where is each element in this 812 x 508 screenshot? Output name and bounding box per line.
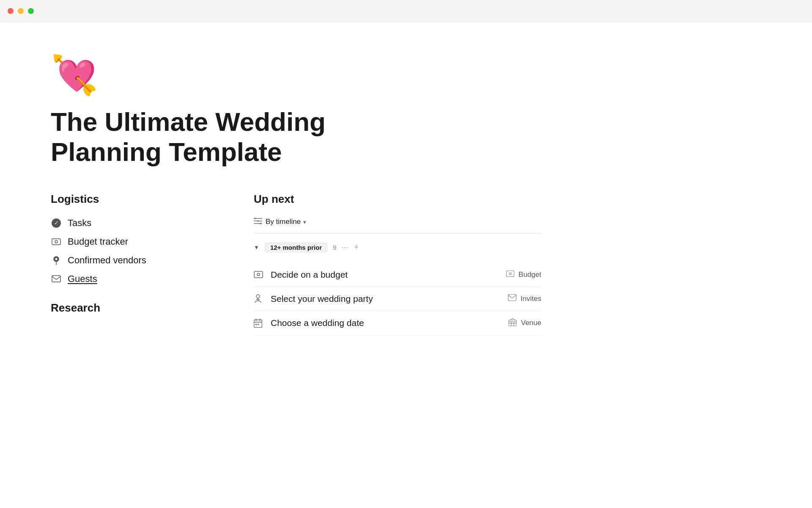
svg-rect-23 — [255, 324, 257, 325]
invites-tag-icon — [508, 294, 516, 303]
minimize-button[interactable] — [18, 8, 24, 14]
svg-rect-19 — [254, 320, 262, 327]
task-tag-budget: Budget — [518, 271, 541, 279]
svg-rect-25 — [509, 320, 516, 326]
task-right-decide-budget: Budget — [506, 271, 541, 279]
money-task-icon — [254, 271, 265, 278]
table-row[interactable]: Decide on a budget Budget — [254, 263, 541, 287]
check-icon: ✓ — [51, 218, 62, 228]
nav-item-budget-tracker[interactable]: Budget tracker — [51, 236, 228, 247]
task-label-wedding-date: Choose a wedding date — [271, 318, 364, 328]
right-column: Up next By timeline ▾ — [254, 193, 541, 336]
up-next-section-title: Up next — [254, 193, 541, 206]
logistics-section-title: Logistics — [51, 193, 228, 206]
filter-list-icon — [254, 218, 262, 226]
svg-point-14 — [509, 273, 511, 275]
task-left-wedding-date: Choose a wedding date — [254, 318, 364, 328]
filter-label[interactable]: By timeline ▾ — [266, 218, 306, 226]
mail-icon — [51, 275, 62, 282]
task-tag-invites: Invites — [521, 295, 541, 303]
nav-item-guests-label: Guests — [68, 273, 97, 284]
group-add-button[interactable]: + — [354, 243, 359, 252]
page-title: The Ultimate Wedding Planning Template — [51, 107, 431, 167]
group-row: ▼ 12+ months prior 9 ··· + — [254, 242, 541, 253]
page-icon: 💘 — [51, 56, 541, 94]
chevron-down-icon: ▾ — [303, 219, 306, 225]
filter-label-text: By timeline — [266, 218, 301, 226]
task-list: Decide on a budget Budget — [254, 263, 541, 336]
nav-item-budget-tracker-label: Budget tracker — [68, 236, 128, 247]
svg-rect-13 — [507, 271, 514, 276]
svg-point-3 — [55, 258, 58, 260]
nav-item-guests[interactable]: Guests — [51, 273, 228, 284]
svg-rect-18 — [508, 295, 516, 301]
svg-rect-4 — [52, 276, 60, 282]
main-content: 💘 The Ultimate Wedding Planning Template… — [0, 22, 592, 370]
task-label-wedding-party: Select your wedding party — [271, 294, 373, 304]
left-column: Logistics ✓ Tasks — [51, 193, 228, 315]
nav-item-confirmed-vendors[interactable]: Confirmed vendors — [51, 255, 228, 266]
nav-item-tasks[interactable]: ✓ Tasks — [51, 218, 228, 229]
svg-rect-11 — [254, 271, 263, 278]
task-label-decide-budget: Decide on a budget — [271, 270, 348, 280]
task-right-wedding-date: Venue — [508, 318, 541, 329]
table-row[interactable]: Select your wedding party Invites — [254, 287, 541, 311]
budget-tag-icon — [506, 271, 514, 279]
close-button[interactable] — [8, 8, 14, 14]
task-right-wedding-party: Invites — [508, 294, 541, 303]
window-chrome — [0, 0, 812, 22]
task-left-decide-budget: Decide on a budget — [254, 270, 348, 280]
group-count: 9 — [333, 244, 336, 251]
money-icon — [51, 238, 62, 245]
nav-item-confirmed-vendors-label: Confirmed vendors — [68, 255, 146, 266]
group-label-badge: 12+ months prior — [264, 242, 328, 253]
svg-point-1 — [55, 240, 58, 243]
maximize-button[interactable] — [28, 8, 34, 14]
logistics-nav-list: ✓ Tasks Budget tracker — [51, 218, 228, 284]
person-task-icon — [254, 294, 265, 304]
task-left-wedding-party: Select your wedding party — [254, 294, 373, 304]
group-options-button[interactable]: ··· — [341, 243, 349, 252]
research-section-title: Research — [51, 301, 228, 315]
venue-tag-icon — [508, 318, 517, 329]
svg-point-15 — [256, 295, 260, 298]
svg-rect-0 — [52, 239, 60, 245]
filter-bar[interactable]: By timeline ▾ — [254, 218, 541, 234]
two-col-layout: Logistics ✓ Tasks — [51, 193, 541, 336]
group-collapse-arrow[interactable]: ▼ — [254, 244, 259, 251]
svg-point-12 — [257, 273, 260, 276]
svg-rect-24 — [258, 324, 259, 325]
nav-item-tasks-label: Tasks — [68, 218, 91, 229]
task-tag-venue: Venue — [521, 319, 541, 327]
table-row[interactable]: Choose a wedding date — [254, 311, 541, 336]
calendar-task-icon — [254, 319, 265, 328]
pin-icon — [51, 256, 62, 265]
